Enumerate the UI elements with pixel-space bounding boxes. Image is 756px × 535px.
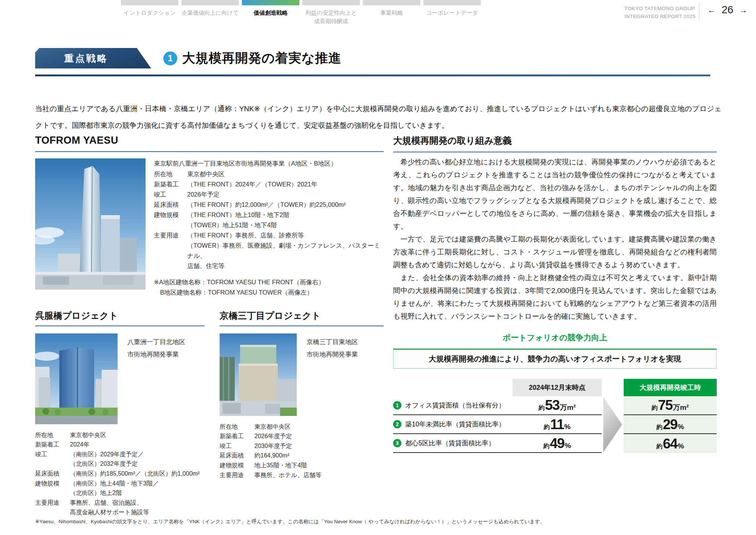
- detail-row: 主要用途 事務所、ホテル、店舗等: [220, 470, 384, 480]
- metric-unit: %: [678, 442, 684, 450]
- detail-label: 建物規模: [35, 479, 70, 498]
- detail-row: 主要用途 事務所、店舗、宿泊施設、 高度金融人材サポート施設等: [35, 498, 204, 517]
- project-official-name: 東京駅前八重洲一丁目東地区市街地再開発事業（A地区・B地区）: [154, 158, 384, 169]
- detail-value: 東京都中央区: [187, 169, 384, 179]
- project-details: 所在地 東京都中央区 新築着工 2024年 竣工 （南街区）2029年度予定／ …: [35, 430, 204, 517]
- approx-prefix: 約: [544, 423, 550, 431]
- tab-indicator: [121, 0, 178, 5]
- tab-indicator: [302, 0, 360, 5]
- detail-label: 建物規模: [220, 461, 254, 470]
- detail-row: 新築着工 2026年度予定: [220, 431, 384, 441]
- page-number: 26: [722, 5, 733, 15]
- metric-unit: %: [678, 423, 684, 431]
- future-value-cell: 約 64 %: [624, 434, 717, 453]
- approx-prefix: 約: [539, 404, 545, 412]
- detail-label: 新築着工: [154, 179, 187, 189]
- gofukubashi-rendering: [35, 333, 118, 424]
- section-title: 京橋三丁目プロジェクト: [220, 310, 384, 326]
- detail-value: 2030年度予定: [254, 441, 384, 451]
- report-title: TOKYO TATEMONO GROUP INTEGRATED REPORT 2…: [624, 5, 696, 21]
- tab-business-strategy[interactable]: 事業戦略: [363, 0, 420, 25]
- tab-corporate-data[interactable]: コーポレートデータ: [423, 0, 481, 25]
- tab-label: イントロダクション: [121, 9, 178, 17]
- approx-prefix: 約: [652, 404, 658, 412]
- page-title: 1 大規模再開発の着実な推進: [163, 50, 342, 67]
- portfolio-table: 2024年12月末時点 大規模再開発竣工時 1 オフィス賃貸面積（当社保有分） …: [393, 379, 717, 453]
- tab-label: 事業戦略: [363, 9, 420, 17]
- significance-text: 希少性の高い都心好立地における大規模開発の実現には、再開発事業のノウハウが必須で…: [393, 156, 717, 323]
- metric-value: 49: [550, 436, 564, 450]
- tab-indicator: [363, 0, 420, 5]
- detail-label: 所在地: [154, 169, 187, 179]
- detail-value: （THE FRONT）2024年／（TOWER）2021年: [187, 179, 384, 189]
- tab-profit-stability[interactable]: 利益の安定性向上と 成長期待醸成: [302, 0, 360, 25]
- section-title: TOFROM YAESU: [35, 135, 384, 152]
- metric-value: 64: [663, 437, 677, 451]
- approx-prefix: 約: [656, 423, 662, 431]
- future-value-cell: 約 75 万m²: [624, 396, 717, 415]
- detail-row: 新築着工 2024年: [35, 440, 204, 450]
- project-caption: 八重洲一丁目北地区 市街地再開発事業: [127, 333, 185, 424]
- detail-value: （THE FRONT）地上10階・地下2階 （TOWER）地上51階・地下4階: [187, 210, 384, 230]
- strategy-badge-label: 重点戦略: [35, 48, 137, 68]
- detail-row: 延床面積 約164,900m²: [220, 451, 384, 461]
- tab-introduction[interactable]: イントロダクション: [121, 0, 178, 25]
- page-title-text: 大規模再開発の着実な推進: [182, 50, 342, 67]
- detail-label: 主要用途: [35, 498, 70, 517]
- metric-unit: %: [564, 423, 571, 431]
- detail-row: 竣工 2026年予定: [154, 189, 384, 200]
- metric-value: 11: [550, 417, 564, 431]
- building-name-notes: ※A地区建物名称：TOFROM YAESU THE FRONT（画像右） B地区…: [154, 277, 384, 298]
- tab-value-creation-strategy[interactable]: 価値創造戦略: [242, 0, 299, 25]
- detail-label: 主要用途: [220, 470, 254, 480]
- detail-value: 2026年予定: [187, 189, 384, 200]
- project-details: 所在地 東京都中央区 新築着工 2026年度予定 竣工 2030年度予定 延床面…: [220, 422, 384, 480]
- tab-indicator: [181, 0, 239, 5]
- prev-page-button[interactable]: ←: [708, 6, 716, 14]
- projects-column: TOFROM YAESU: [35, 133, 384, 517]
- metric-unit: 万m²: [560, 403, 576, 412]
- number-one-icon: 1: [393, 401, 401, 409]
- heading-rule: [35, 74, 710, 76]
- significance-paragraph: また、会社全体の資本効率の維持・向上と財務健全性の両立は不可欠と考えています。新…: [393, 271, 717, 323]
- detail-row: 竣工 （南街区）2029年度予定／ （北街区）2032年度予定: [35, 450, 204, 469]
- current-value-cell: 約 53 万m²: [513, 396, 602, 415]
- detail-value: 事務所、ホテル、店舗等: [254, 470, 384, 480]
- detail-label: 建物規模: [154, 210, 187, 230]
- metric-label: 都心5区比率（賃貸面積比率）: [405, 439, 495, 448]
- section-gofukubashi: 呉服橋プロジェクト: [35, 310, 204, 517]
- approx-prefix: 約: [543, 442, 549, 450]
- detail-row: 延床面積 （南街区）約185,500m²／（北街区）約1,000m²: [35, 469, 204, 479]
- metric-label: 築10年未満比率（賃貸面積比率）: [405, 420, 505, 429]
- detail-row: 新築着工 （THE FRONT）2024年／（TOWER）2021年: [154, 179, 384, 189]
- current-value-cell: 約 11 %: [513, 415, 602, 434]
- next-page-button[interactable]: →: [739, 6, 747, 14]
- detail-row: 所在地 東京都中央区: [35, 430, 204, 440]
- significance-title: 大規模再開発の取り組み意義: [393, 135, 717, 152]
- number-two-icon: 2: [393, 420, 401, 428]
- detail-value: 2026年度予定: [254, 431, 384, 441]
- approx-prefix: 約: [656, 443, 662, 451]
- tab-label: 企業価値向上に向けて: [181, 9, 239, 17]
- tab-label: 利益の安定性向上と 成長期待醸成: [302, 9, 360, 25]
- detail-row: 延床面積 （THE FRONT）約12,000m²／（TOWER）約225,00…: [154, 200, 384, 210]
- top-navigation: イントロダクション 企業価値向上に向けて 価値創造戦略 利益の安定性向上と 成長…: [121, 0, 481, 25]
- detail-value: 約164,900m²: [254, 451, 384, 461]
- pager: ← 26 →: [708, 5, 747, 15]
- tab-indicator: [423, 0, 481, 5]
- report-page: イントロダクション 企業価値向上に向けて 価値創造戦略 利益の安定性向上と 成長…: [0, 0, 756, 535]
- detail-label: 竣工: [154, 189, 187, 200]
- tab-corporate-value[interactable]: 企業価値向上に向けて: [181, 0, 239, 25]
- portfolio-heading: ポートフォリオの競争力向上: [393, 332, 717, 343]
- portfolio-goal-box: 大規模再開発の推進により、競争力の高いオフィスポートフォリオを実現: [393, 349, 717, 369]
- transition-arrow-icon: [602, 396, 624, 453]
- detail-label: 所在地: [35, 430, 70, 440]
- detail-value: 東京都中央区: [70, 430, 204, 440]
- detail-value: 事務所、店舗、宿泊施設、 高度金融人材サポート施設等: [70, 498, 204, 517]
- intro-paragraph: 当社の重点エリアである八重洲・日本橋・京橋エリア（通称：YNK※（インク）エリア…: [35, 101, 722, 134]
- detail-value: 2024年: [70, 440, 204, 450]
- number-one-icon: 1: [163, 51, 177, 65]
- detail-label: 延床面積: [220, 451, 254, 461]
- tab-label: 価値創造戦略: [242, 9, 299, 17]
- metric-unit: 万m²: [673, 403, 689, 412]
